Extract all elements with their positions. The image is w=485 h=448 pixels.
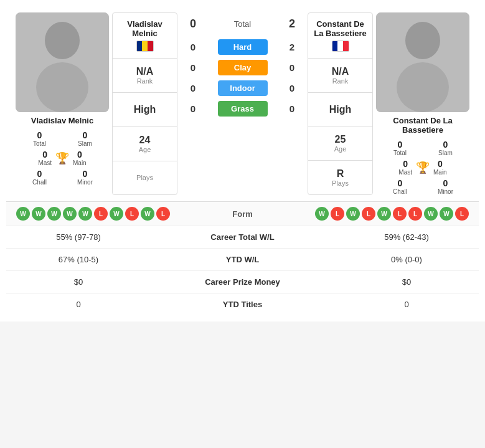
surface-grass-row: 0 Grass 0: [177, 100, 308, 118]
player2-form: WLWLWLLWWL: [315, 207, 469, 221]
form-pill: W: [78, 207, 92, 221]
grass-button[interactable]: Grass: [218, 101, 268, 117]
stat-row-left: 67% (10-5): [16, 255, 141, 264]
hard-button[interactable]: Hard: [218, 39, 268, 55]
player1-minor: 0 Minor: [67, 169, 103, 186]
player1-name: Vladislav Melnic: [31, 116, 93, 125]
stat-row-right: 0: [344, 300, 469, 309]
stat-row-left: $0: [16, 277, 141, 287]
stat-row-label: Career Prize Money: [141, 277, 344, 287]
player1-main: 0 Main: [73, 150, 87, 166]
player2-trophy-row: 0 Mast 🏆 0 Main: [373, 159, 473, 176]
player2-high-cell: High: [308, 93, 372, 126]
svg-point-4: [405, 22, 440, 59]
stat-row: 55% (97-78) Career Total W/L 59% (62-43): [6, 226, 479, 249]
form-label: Form: [232, 209, 253, 219]
stat-row-label: Career Total W/L: [141, 232, 344, 242]
player2-minor: 0 Minor: [427, 178, 464, 195]
form-pill: W: [110, 207, 123, 221]
player1-rank-cell: N/A Rank: [113, 59, 177, 93]
surface-clay-row: 0 Clay 0: [177, 59, 308, 77]
surface-indoor-row: 0 Indoor 0: [177, 79, 308, 97]
form-pill: L: [125, 207, 139, 221]
player1-trophy-row: 0 Mast 🏆 0 Main: [12, 150, 112, 166]
stat-row-label: YTD Titles: [141, 300, 344, 309]
clay-score2: 0: [283, 62, 301, 73]
player1-slam: 0 Slam: [67, 130, 103, 147]
form-pill: L: [408, 207, 422, 221]
form-pill: L: [156, 207, 170, 221]
indoor-score1: 0: [184, 83, 202, 93]
player2-rank-cell: N/A Rank: [308, 59, 372, 93]
player1-flag: [136, 41, 154, 52]
player2-header-name: Constant De La Bassetiere: [311, 19, 370, 38]
hard-score1: 0: [184, 42, 202, 52]
form-pill: W: [63, 207, 77, 221]
form-pill: L: [393, 207, 407, 221]
player1-form: WWWWWLWLWL: [16, 207, 170, 221]
score1: 0: [184, 17, 202, 31]
grass-score1: 0: [184, 103, 202, 114]
stat-row-label: YTD W/L: [141, 255, 344, 264]
score-header: 0 Total 2: [177, 12, 308, 36]
player2-mast: 0 Mast: [398, 159, 412, 176]
clay-button[interactable]: Clay: [218, 60, 268, 75]
stats-table: WWWWWLWLWL Form WLWLWLLWWL 55% (97-78) C…: [6, 201, 479, 315]
stat-row: 67% (10-5) YTD W/L 0% (0-0): [6, 249, 479, 271]
form-pill: L: [331, 207, 344, 221]
player2-trophy-icon: 🏆: [416, 161, 430, 174]
indoor-score2: 0: [283, 83, 301, 93]
form-pill: W: [440, 207, 453, 221]
player2-age-cell: 25 Age: [308, 126, 372, 161]
form-pill: W: [141, 207, 154, 221]
form-pill: W: [47, 207, 61, 221]
player2-name: Constant De La Bassetiere: [373, 116, 473, 135]
hard-score2: 2: [283, 42, 301, 52]
svg-point-2: [36, 62, 88, 112]
player1-chall: 0 Chall: [21, 169, 58, 186]
player1-trophy-icon: 🏆: [55, 151, 69, 165]
form-pill: W: [377, 207, 391, 221]
player2-main: 0 Main: [433, 159, 447, 176]
indoor-button[interactable]: Indoor: [218, 80, 268, 96]
form-pill: L: [362, 207, 375, 221]
player1-card: Vladislav Melnic 0 Total 0 Slam 0 Mast 🏆: [12, 12, 112, 195]
stat-row-right: $0: [344, 277, 469, 287]
svg-point-1: [45, 22, 80, 59]
stat-row-left: 0: [16, 300, 141, 309]
stat-row: 0 YTD Titles 0: [6, 293, 479, 315]
form-pill: W: [346, 207, 360, 221]
player1-plays-cell: Plays: [113, 161, 177, 195]
total-label: Total: [234, 19, 251, 29]
player2-chall: 0 Chall: [382, 178, 418, 195]
player2-slam: 0 Slam: [427, 140, 464, 156]
player2-flag: [332, 41, 349, 52]
stat-row: $0 Career Prize Money $0: [6, 271, 479, 293]
svg-point-5: [397, 62, 449, 112]
form-pill: L: [455, 207, 469, 221]
form-pill: W: [16, 207, 30, 221]
player1-avatar: [16, 12, 109, 112]
score2: 2: [283, 17, 301, 31]
surface-hard-row: 0 Hard 2: [177, 38, 308, 56]
player2-avatar: [376, 12, 469, 112]
player2-stats-col: Constant De La Bassetiere N/A Rank High …: [308, 12, 373, 195]
center-col: 0 Total 2 0 Hard 2 0 Clay 0: [177, 12, 308, 195]
player1-high-cell: High: [113, 93, 177, 127]
grass-score2: 0: [283, 103, 301, 114]
player2-card: Constant De La Bassetiere 0 Total 0 Slam…: [373, 12, 473, 195]
stat-row-right: 59% (62-43): [344, 232, 469, 242]
player2-total: 0 Total: [382, 140, 418, 156]
clay-score1: 0: [184, 62, 202, 73]
player1-stats-col: Vladislav Melnic N/A Rank High 24 Age: [112, 12, 177, 195]
player1-mast: 0 Mast: [38, 150, 52, 166]
player1-header-name: Vladislav Melnic: [115, 19, 174, 38]
stat-row-left: 55% (97-78): [16, 232, 141, 242]
stat-row-right: 0% (0-0): [344, 255, 469, 264]
player2-plays-cell: R Plays: [308, 161, 372, 194]
form-pill: W: [315, 207, 329, 221]
surface-rows: 0 Hard 2 0 Clay 0 0 Indoor 0: [177, 36, 308, 120]
form-pill: L: [94, 207, 108, 221]
player1-age-cell: 24 Age: [113, 127, 177, 161]
player1-total: 0 Total: [21, 130, 58, 147]
